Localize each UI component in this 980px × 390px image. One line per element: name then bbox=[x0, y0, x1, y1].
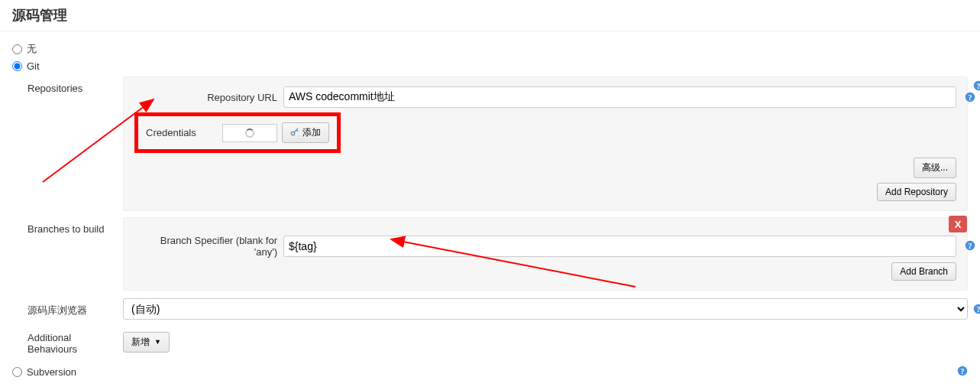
key-icon bbox=[290, 127, 299, 138]
add-repository-button[interactable]: Add Repository bbox=[877, 183, 956, 201]
svg-text:?: ? bbox=[961, 367, 965, 375]
add-behaviour-label: 新增 bbox=[131, 336, 150, 349]
credentials-label: Credentials bbox=[146, 127, 222, 138]
radio-none[interactable] bbox=[12, 44, 22, 54]
svg-text:?: ? bbox=[977, 82, 981, 90]
add-branch-button[interactable]: Add Branch bbox=[891, 262, 956, 281]
advanced-button[interactable]: 高级... bbox=[914, 158, 956, 178]
radio-subversion-label: Subversion bbox=[27, 366, 76, 378]
scm-option-subversion[interactable]: Subversion ? bbox=[12, 366, 968, 379]
add-credentials-label: 添加 bbox=[302, 126, 321, 139]
help-icon[interactable]: ? bbox=[972, 80, 980, 92]
svg-text:?: ? bbox=[969, 242, 972, 250]
repositories-label: Repositories bbox=[12, 76, 123, 94]
credentials-highlight-box: Credentials 添加 bbox=[134, 112, 341, 153]
help-icon[interactable]: ? bbox=[972, 303, 980, 315]
delete-branch-button[interactable]: X bbox=[949, 216, 967, 232]
help-icon[interactable]: ? bbox=[964, 239, 976, 252]
repo-browser-label: 源码库浏览器 bbox=[12, 301, 123, 317]
add-credentials-button[interactable]: 添加 bbox=[282, 122, 329, 143]
section-title: 源码管理 bbox=[0, 0, 980, 31]
repo-url-input[interactable] bbox=[283, 86, 956, 108]
loading-spinner-icon bbox=[245, 128, 254, 138]
add-behaviour-button[interactable]: 新增 ▼ bbox=[123, 332, 170, 353]
radio-git-label: Git bbox=[27, 60, 40, 72]
svg-text:?: ? bbox=[969, 93, 972, 102]
branches-label: Branches to build bbox=[12, 217, 123, 235]
branch-specifier-label: Branch Specifier (blank for 'any') bbox=[134, 235, 283, 258]
scm-option-none[interactable]: 无 bbox=[12, 42, 968, 56]
help-icon[interactable]: ? bbox=[957, 366, 968, 379]
repo-url-label: Repository URL bbox=[134, 92, 283, 103]
credentials-select[interactable] bbox=[222, 124, 277, 142]
help-icon[interactable]: ? bbox=[964, 91, 976, 103]
chevron-down-icon: ▼ bbox=[154, 338, 161, 346]
radio-subversion[interactable] bbox=[12, 367, 22, 377]
branch-specifier-input[interactable] bbox=[283, 236, 956, 257]
radio-git[interactable] bbox=[12, 61, 22, 71]
radio-none-label: 无 bbox=[27, 42, 37, 56]
svg-text:?: ? bbox=[977, 305, 981, 314]
additional-behaviours-label: Additional Behaviours bbox=[12, 329, 123, 355]
scm-option-git[interactable]: Git bbox=[12, 60, 968, 72]
repo-browser-select[interactable]: (自动) bbox=[123, 298, 968, 320]
